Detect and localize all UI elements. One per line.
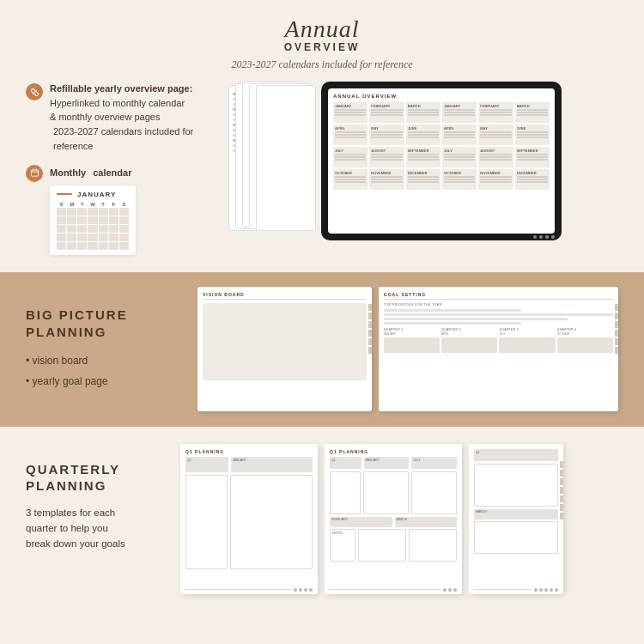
q1-page-title: Q1 PLANNING — [185, 449, 313, 454]
tablet-month-jan: JANUARY — [333, 102, 368, 123]
cal-cell — [77, 208, 87, 216]
q3-block: QUARTER 3 JULY — [499, 328, 555, 353]
cal-cell — [119, 234, 129, 241]
tablet-dec2: DECEMBER — [515, 169, 550, 190]
top-section: Annual OVERVIEW 2023-2027 calendars incl… — [0, 0, 644, 272]
cal-cell — [67, 234, 76, 241]
cal-cell — [77, 234, 87, 241]
feature1-bullet3: 2023-2027 calendars included for — [53, 126, 193, 137]
cal-cell — [109, 225, 118, 233]
q3-month: JULY — [499, 332, 555, 336]
desc-line3: break down your goals — [26, 536, 163, 551]
cal-cell — [88, 225, 97, 233]
tablet-jul: JULY — [333, 147, 368, 167]
cal-cell — [57, 216, 66, 224]
jul-main-col2 — [411, 471, 457, 514]
q1-block: QUARTER 1 JANUARY — [384, 328, 440, 353]
calendar-icon — [26, 165, 43, 182]
mar-label: MARCH — [397, 518, 456, 521]
q1-planning-page3: Q1 MARCH — [469, 444, 563, 594]
tablet-page-title: ANNUAL OVERVIEW — [333, 94, 550, 99]
tablet-jul2: JULY — [442, 147, 477, 167]
cal-cell — [99, 225, 108, 233]
day-f: F — [109, 202, 118, 207]
day-s2: S — [119, 202, 129, 207]
big-picture-title: BIG PICTURE PLANNING — [26, 307, 180, 340]
calendar-sub-label: calendar — [93, 167, 131, 178]
q1-month: JANUARY — [384, 332, 440, 336]
jan-col-label: JANUARY — [233, 459, 311, 462]
cal-cell — [119, 216, 129, 224]
middle-left: BIG PICTURE PLANNING • vision board • ye… — [26, 307, 180, 392]
quarterly-description: 3 templates for each quarter to help you… — [26, 505, 163, 552]
title-area: Annual OVERVIEW — [26, 15, 618, 53]
right-visuals: ANNUAL OVERVIEW JANUARY FEBRUARY — [228, 82, 618, 253]
desc-line1: 3 templates for each — [26, 505, 163, 520]
cal-accent-line — [57, 193, 72, 195]
stacked-pages — [228, 82, 314, 236]
tablet-screen: ANNUAL OVERVIEW JANUARY FEBRUARY — [328, 88, 555, 234]
q4-label: QUARTER 4 — [557, 328, 613, 331]
quarters-section: QUARTER 1 JANUARY QUARTER 2 APRIL QUARTE… — [384, 328, 613, 353]
q1-col2-label: Q1 — [331, 459, 360, 462]
vision-board-title: VISION BOARD — [203, 292, 367, 300]
tablet-month-feb: FEBRUARY — [369, 102, 404, 123]
feature1-bullet4: reference — [53, 141, 93, 151]
goal-setting-title: GOAL SETTING — [384, 292, 613, 300]
tablet-month-mar2: MARCH — [515, 102, 550, 123]
bottom-section: QUARTERLY PLANNING 3 templates for each … — [0, 427, 644, 605]
tablet-month-mar: MARCH — [406, 102, 440, 123]
tablet-aug: AUGUST — [369, 147, 404, 167]
vision-board-content — [203, 303, 367, 380]
q1-planning-page2: Q1 PLANNING Q1 JANUARY JULY FEBRUAR — [325, 444, 462, 594]
tablet-may: MAY — [369, 125, 404, 145]
feb-label: FEBRUARY — [331, 518, 391, 521]
cal-cell — [99, 208, 108, 216]
feature1-bullet2: & monthly overview pages — [50, 110, 215, 125]
cal-cell — [57, 234, 66, 241]
tablet-nov2: NOVEMBER — [478, 169, 513, 190]
cal-cell — [109, 242, 118, 250]
cal-cell — [88, 234, 97, 241]
q1-page3-header: Q1 — [476, 451, 556, 454]
tablet-jun: JUNE — [406, 125, 440, 145]
cal-cell — [119, 225, 129, 233]
page3-tabs — [560, 461, 563, 519]
mini-calendar: JANUARY S M T W T F S — [50, 185, 215, 255]
notes-label: NOTES — [331, 530, 355, 537]
middle-section: BIG PICTURE PLANNING • vision board • ye… — [0, 272, 644, 427]
tablet-oct2: OCTOBER — [442, 169, 477, 190]
link-icon — [26, 83, 43, 100]
jan-main-col — [230, 475, 313, 569]
svg-rect-0 — [31, 170, 38, 176]
cal-cell — [99, 242, 108, 250]
cal-cell — [67, 225, 76, 233]
cal-cell — [57, 242, 66, 250]
tablet-oct: OCTOBER — [333, 169, 368, 190]
title-script: Annual — [26, 15, 618, 43]
jul-col2-label: JULY — [413, 459, 455, 462]
q3-label: QUARTER 3 — [499, 328, 555, 331]
quarters-grid: QUARTER 1 JANUARY QUARTER 2 APRIL QUARTE… — [384, 328, 613, 353]
cal-month-label: JANUARY — [77, 191, 116, 198]
march-label: MARCH — [476, 510, 556, 513]
tablet-sep: SEPTEMBER — [406, 147, 440, 167]
desc-line2: quarter to help you — [26, 520, 163, 536]
tablet-calendar-grid: JANUARY FEBRUARY — [333, 102, 550, 190]
bottom-right-pages: Q1 PLANNING Q1 JANUARY — [180, 444, 618, 594]
tablet-sep2: SEPTEMBER — [515, 147, 550, 167]
monthly-label: Monthly — [50, 167, 86, 178]
q3-page3-main — [474, 464, 558, 507]
notes-area: NOTES — [330, 529, 355, 562]
cal-cell — [119, 242, 129, 250]
mini-cal-widget: JANUARY S M T W T F S — [50, 185, 136, 255]
tablet-jun2: JUNE — [515, 125, 550, 145]
q2-label: QUARTER 2 — [441, 328, 497, 331]
day-w: W — [88, 202, 97, 207]
q1-main-col — [185, 475, 228, 569]
vision-board-page: VISION BOARD — [197, 287, 372, 411]
cal-cell — [67, 208, 76, 216]
cal-cell — [109, 208, 118, 216]
goal-page-tabs — [615, 304, 618, 354]
feature1-label: Refillable yearly overview page: — [50, 82, 215, 96]
